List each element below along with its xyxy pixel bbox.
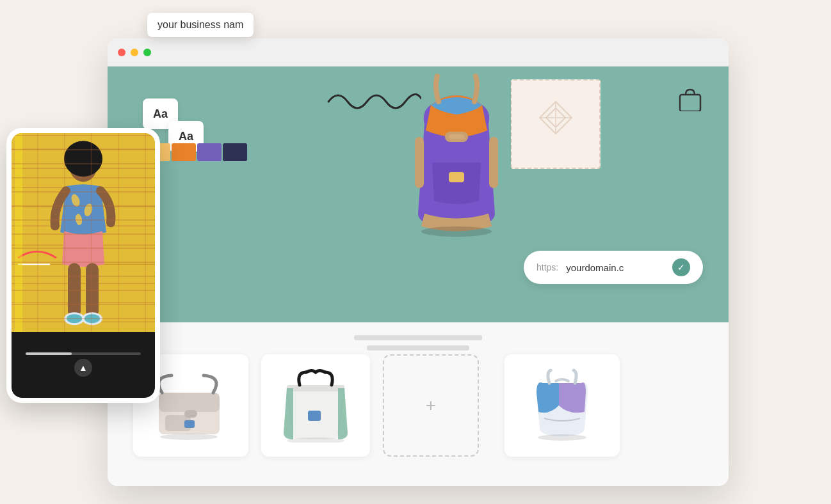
- add-product-icon[interactable]: +: [426, 395, 436, 416]
- business-name-text: your business nam: [157, 19, 243, 30]
- crossbody-bag-svg: [149, 370, 232, 441]
- svg-point-23: [82, 312, 102, 325]
- business-name-tooltip: your business nam: [147, 13, 254, 37]
- svg-rect-44: [308, 411, 321, 421]
- person-silhouette-svg: [12, 133, 155, 332]
- browser-dot-yellow[interactable]: [131, 49, 138, 56]
- shopping-bag-icon[interactable]: [677, 86, 703, 111]
- svg-rect-15: [85, 166, 93, 171]
- svg-rect-0: [12, 133, 155, 332]
- svg-rect-1: [12, 133, 155, 332]
- svg-point-13: [64, 141, 102, 177]
- svg-rect-27: [15, 133, 22, 332]
- browser-window: Aa Aa: [108, 38, 729, 486]
- browser-dot-red[interactable]: [118, 49, 125, 56]
- browser-titlebar: [108, 38, 729, 67]
- svg-rect-33: [415, 137, 424, 188]
- svg-point-19: [75, 214, 83, 226]
- svg-rect-20: [68, 263, 81, 317]
- color-swatch-navy: [223, 143, 247, 161]
- svg-point-12: [69, 148, 97, 182]
- domain-bar[interactable]: https: yourdomain.c ✓: [524, 251, 703, 284]
- svg-point-42: [160, 434, 218, 440]
- progress-bar-fill: [26, 352, 72, 355]
- svg-point-17: [70, 193, 81, 208]
- tablet-device: ▲: [6, 128, 160, 403]
- product-card-2[interactable]: [261, 354, 370, 457]
- svg-point-36: [421, 226, 492, 237]
- placeholder-lines: [354, 335, 482, 350]
- svg-rect-21: [86, 263, 99, 317]
- svg-rect-38: [159, 393, 220, 412]
- packable-backpack-svg: [524, 367, 601, 444]
- browser-dot-green[interactable]: [143, 49, 151, 56]
- hero-section: Aa Aa: [108, 67, 729, 322]
- products-grid: +: [133, 354, 703, 457]
- tablet-screen: ▲: [12, 133, 155, 398]
- svg-rect-41: [184, 410, 197, 418]
- logo-placeholder: [511, 79, 601, 169]
- tablet-bottom-bar: ▲: [12, 332, 155, 398]
- backpack-svg: [392, 73, 520, 246]
- color-swatch-orange: [172, 143, 196, 161]
- browser-content: Aa Aa: [108, 67, 729, 486]
- svg-rect-32: [449, 134, 464, 139]
- logo-diamond-icon: [530, 98, 581, 150]
- svg-point-22: [64, 312, 85, 325]
- domain-https-label: https:: [537, 262, 558, 272]
- svg-rect-35: [449, 172, 464, 182]
- svg-point-25: [85, 314, 100, 323]
- tablet-photo: [12, 133, 155, 332]
- color-swatch-purple: [197, 143, 222, 161]
- svg-rect-28: [680, 95, 700, 111]
- svg-rect-43: [287, 385, 344, 391]
- domain-text: yourdomain.c: [566, 262, 624, 273]
- svg-rect-14: [73, 166, 82, 171]
- product-card-4[interactable]: [504, 354, 620, 457]
- color-palette: [146, 143, 247, 161]
- products-section: +: [108, 322, 729, 486]
- add-product-card[interactable]: +: [383, 354, 479, 457]
- placeholder-line-1: [354, 335, 482, 340]
- placeholder-line-2: [367, 345, 469, 350]
- person-background: [12, 133, 155, 332]
- svg-rect-40: [184, 420, 195, 428]
- svg-rect-34: [489, 137, 498, 188]
- svg-point-46: [538, 434, 586, 441]
- svg-point-24: [67, 314, 82, 323]
- tote-bag-svg: [277, 369, 354, 443]
- svg-point-18: [83, 203, 94, 217]
- tablet-nav-button[interactable]: ▲: [74, 359, 92, 377]
- progress-bar: [26, 352, 140, 355]
- main-product-backpack: [392, 73, 520, 248]
- domain-check-icon: ✓: [672, 258, 690, 276]
